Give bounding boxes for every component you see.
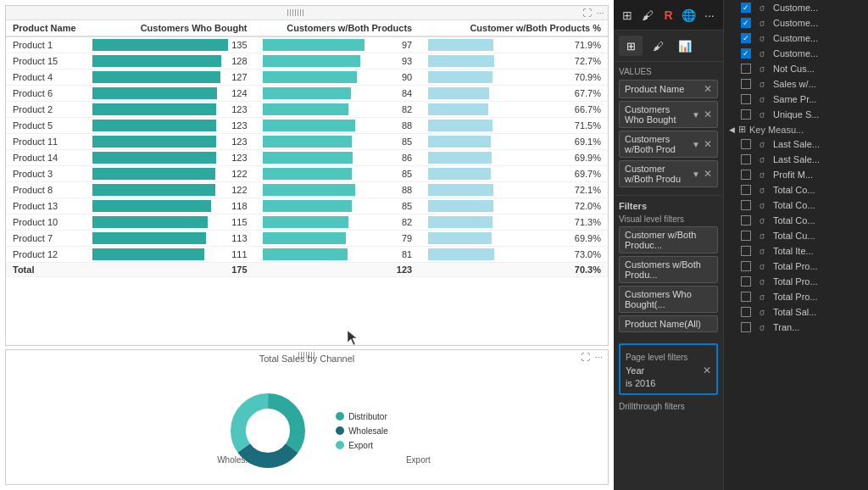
field-checkbox[interactable]: [741, 94, 751, 104]
field-checkbox[interactable]: [741, 307, 751, 317]
chart-more-icon[interactable]: ···: [595, 352, 603, 362]
field-type-icon: σ: [756, 63, 768, 75]
cell-customers-both: 81: [254, 247, 420, 263]
field-label-text: Custome...: [773, 48, 861, 58]
field-type-icon: σ: [756, 32, 768, 44]
field-item[interactable]: σ Same Pr...: [724, 92, 868, 107]
toolbar-icon-globe[interactable]: 🌐: [681, 5, 698, 25]
field-checkbox[interactable]: ✓: [741, 33, 751, 43]
section-icon-table: ⊞: [738, 124, 746, 135]
field-checkbox[interactable]: [741, 109, 751, 120]
col-product-name[interactable]: Product Name: [6, 20, 84, 36]
chip-x-product-name[interactable]: ✕: [704, 83, 712, 95]
chip-x-customer-both-produ[interactable]: ✕: [704, 168, 712, 180]
chip-product-name[interactable]: Product Name ✕: [619, 80, 718, 98]
viz-controls: ⊞ 🖌 R 🌐 ··· ⊞ 🖌 📊 Values Product Name ✕ …: [614, 0, 724, 490]
field-item[interactable]: ✓ σ Custome...: [724, 31, 868, 46]
cell-product-name: Product 14: [6, 150, 84, 166]
field-checkbox[interactable]: ✓: [741, 48, 751, 58]
legend-dot-distributor: [336, 412, 344, 420]
field-checkbox[interactable]: [741, 246, 751, 256]
field-item[interactable]: σ Last Sale...: [724, 152, 868, 167]
field-item[interactable]: σ Total Cu...: [724, 228, 868, 243]
cell-product-name: Product 2: [6, 102, 84, 118]
field-checkbox[interactable]: [741, 170, 751, 180]
field-checkbox[interactable]: [741, 64, 751, 74]
chip-label-customer-both-produ: Customer w/Both Produ: [625, 164, 688, 184]
field-item[interactable]: σ Total Co...: [724, 182, 868, 198]
field-checkbox[interactable]: [741, 261, 751, 271]
chip-customers-both-prod[interactable]: Customers w/Both Prod ▼ ✕: [619, 131, 718, 158]
field-checkbox[interactable]: [741, 185, 751, 195]
viz-tab-fields[interactable]: ⊞: [619, 36, 643, 56]
field-checkbox[interactable]: [741, 200, 751, 210]
field-checkbox[interactable]: [741, 322, 751, 332]
chip-x-customers-bought[interactable]: ✕: [704, 109, 712, 120]
field-checkbox[interactable]: ✓: [741, 3, 751, 13]
field-item[interactable]: σ Total Pro...: [724, 274, 868, 289]
filter-chip-product-name[interactable]: Product Name(All): [619, 315, 718, 332]
year-filter-x[interactable]: ✕: [703, 365, 711, 376]
toolbar-icon-brush[interactable]: 🖌: [639, 5, 656, 25]
cell-product-name: Product 10: [6, 214, 84, 231]
cell-customers-bought: 111: [84, 247, 254, 263]
field-checkbox[interactable]: ✓: [741, 18, 751, 28]
toolbar-icon-grid[interactable]: ⊞: [619, 5, 636, 25]
drag-handle[interactable]: [287, 9, 304, 16]
field-checkbox[interactable]: [741, 154, 751, 164]
field-type-icon: σ: [756, 169, 768, 181]
viz-tab-analytics[interactable]: 📊: [673, 36, 697, 56]
table-row: Product 71137969.9%: [6, 231, 608, 247]
page-filters-section: Page level filters Year ✕ is 2016: [619, 343, 718, 395]
toolbar-icon-more[interactable]: ···: [701, 5, 718, 25]
chip-x-customers-both-prod[interactable]: ✕: [704, 138, 712, 150]
field-item[interactable]: σ Total Co...: [724, 198, 868, 213]
main-content-area: ⛶ ··· Product Name Customers Who Bought …: [0, 0, 614, 490]
filter-chip-customers-both[interactable]: Customers w/Both Produ...: [619, 256, 718, 283]
field-checkbox[interactable]: [741, 79, 751, 89]
field-item[interactable]: σ Last Sale...: [724, 136, 868, 152]
col-customers-both[interactable]: Customers w/Both Products: [254, 20, 420, 36]
field-item[interactable]: ✓ σ Custome...: [724, 15, 868, 31]
chip-customer-both-produ[interactable]: Customer w/Both Produ ▼ ✕: [619, 160, 718, 187]
viz-tab-format[interactable]: 🖌: [646, 36, 670, 56]
chip-label-customers-bought: Customers Who Bought: [625, 104, 687, 125]
chip-customers-bought[interactable]: Customers Who Bought ▼ ✕: [619, 101, 718, 128]
field-checkbox[interactable]: [741, 276, 751, 287]
field-item[interactable]: σ Total Sal...: [724, 304, 868, 320]
table-row: Product 31228569.7%: [6, 166, 608, 182]
field-item[interactable]: σ Profit M...: [724, 167, 868, 182]
expand-icon[interactable]: ⛶: [582, 8, 592, 18]
field-checkbox[interactable]: [741, 231, 751, 241]
field-item[interactable]: σ Tran...: [724, 320, 868, 335]
field-type-icon: σ: [756, 260, 768, 272]
filter-chip-customer-both[interactable]: Customer w/Both Produc...: [619, 226, 718, 253]
field-item[interactable]: σ Unique S...: [724, 107, 868, 122]
table-total-row: Total 175 123 70.3%: [6, 263, 608, 277]
field-item[interactable]: σ Total Ite...: [724, 243, 868, 259]
filter-chip-customers-bought[interactable]: Customers Who Bought(...: [619, 286, 718, 313]
field-label-text: Total Ite...: [773, 246, 861, 256]
cell-customers-both: 93: [254, 53, 420, 70]
field-type-icon: σ: [756, 93, 768, 105]
cell-customers-pct: 69.9%: [419, 231, 608, 247]
more-icon[interactable]: ···: [597, 8, 604, 18]
field-item[interactable]: σ Total Pro...: [724, 289, 868, 304]
field-type-icon: σ: [756, 291, 768, 303]
field-checkbox[interactable]: [741, 292, 751, 302]
cell-customers-both: 88: [254, 118, 420, 134]
toolbar-icon-r[interactable]: R: [659, 5, 676, 25]
field-item[interactable]: σ Not Cus...: [724, 61, 868, 76]
field-item[interactable]: σ Sales w/...: [724, 76, 868, 92]
field-checkbox[interactable]: [741, 139, 751, 149]
field-item[interactable]: σ Total Pro...: [724, 259, 868, 274]
col-customers-pct[interactable]: Customer w/Both Products %: [419, 20, 608, 36]
field-item[interactable]: ✓ σ Custome...: [724, 0, 868, 15]
field-item[interactable]: ✓ σ Custome...: [724, 46, 868, 61]
chart-expand-icon[interactable]: ⛶: [581, 352, 590, 362]
field-item[interactable]: σ Total Co...: [724, 213, 868, 228]
fields-section-key-measures[interactable]: ◀⊞Key Measu...: [724, 122, 868, 136]
col-customers-bought[interactable]: Customers Who Bought: [84, 20, 254, 36]
cell-product-name: Product 8: [6, 182, 84, 198]
field-checkbox[interactable]: [741, 215, 751, 226]
